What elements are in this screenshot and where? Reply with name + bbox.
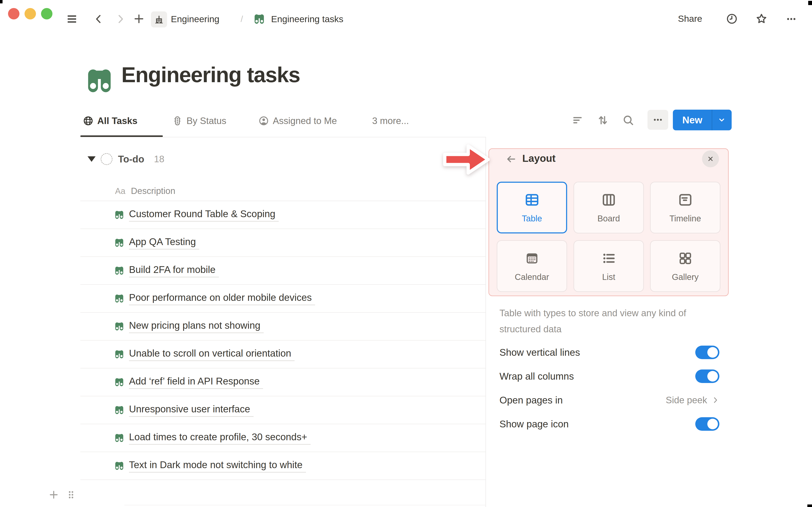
tab-all-tasks[interactable]: All Tasks [83,114,138,128]
tab-by-status[interactable]: By Status [172,114,226,128]
tabs-divider [80,137,486,137]
favorite-star-icon[interactable] [755,13,768,25]
table-row[interactable]: Unresponsive user interface [80,396,486,424]
layout-option-label: List [602,272,615,282]
traffic-close-button[interactable] [8,8,19,19]
table-row[interactable]: Build 2FA for mobile [80,257,486,285]
table-row[interactable]: Poor performance on older mobile devices [80,285,486,313]
filter-icon[interactable] [571,114,583,126]
globe-icon [83,116,94,126]
chevron-down-icon [717,115,726,125]
row-title[interactable]: New pricing plans not showing [129,320,264,333]
new-dropdown-area[interactable] [712,115,731,125]
traffic-zoom-button[interactable] [41,8,52,19]
table-row[interactable]: Text in Dark mode not switching to white [80,452,486,480]
setting-open-pages-in[interactable]: Open pages in Side peek [500,388,719,412]
traffic-minimize-button[interactable] [24,8,36,19]
screen-artifact [808,1,812,5]
row-title[interactable]: Unable to scroll on vertical orientation [129,347,295,361]
nav-forward-icon[interactable] [115,13,126,25]
board-layout-icon [601,192,617,208]
toggle-knob [707,419,718,429]
show-page-icon-toggle[interactable] [695,417,719,431]
close-icon [707,155,714,163]
binoculars-icon [114,321,124,331]
layout-option-calendar[interactable]: Calendar [497,240,567,292]
row-title[interactable]: Text in Dark mode not switching to white [129,459,306,472]
page-icon-binoculars[interactable] [85,66,114,95]
show-vertical-lines-toggle[interactable] [695,346,719,359]
table-row[interactable]: Unable to scroll on vertical orientation [80,341,486,369]
layout-option-label: Timeline [669,214,701,223]
sort-icon[interactable] [597,114,609,126]
gallery-layout-icon [677,250,693,266]
setting-wrap-all-columns: Wrap all columns [500,364,719,388]
layout-option-label: Board [597,214,620,223]
binoculars-icon [114,210,124,220]
tab-label: 3 more... [372,116,409,126]
group-header-todo: To-do 18 [80,148,164,170]
wrap-all-columns-toggle[interactable] [695,370,719,383]
row-title[interactable]: Add ‘ref’ field in API Response [129,376,263,389]
page-title: Engineering tasks [121,62,300,87]
share-button[interactable]: Share [678,13,702,24]
setting-label: Open pages in [500,394,563,406]
table-row[interactable]: Add ‘ref’ field in API Response [80,369,486,396]
view-options-chip[interactable] [648,110,668,130]
layout-option-label: Calendar [515,272,549,282]
layout-description: Table with types to store and view any k… [500,305,724,337]
sidebar-menu-icon[interactable] [65,13,78,25]
breadcrumb-workspace-icon-chip[interactable] [151,11,167,27]
tab-label: All Tasks [97,116,138,126]
binoculars-icon [253,13,265,25]
breadcrumb-workspace[interactable]: Engineering [171,14,219,24]
setting-label: Show page icon [500,418,569,430]
row-title[interactable]: App QA Testing [129,236,199,249]
column-header-description[interactable]: Aa Description [80,181,486,201]
row-title[interactable]: Customer Round Table & Scoping [129,208,279,222]
row-title[interactable]: Poor performance on older mobile devices [129,292,315,305]
new-button[interactable]: New [673,110,732,130]
more-options-icon[interactable] [785,13,797,25]
status-light-icon [172,116,183,126]
breadcrumb-page[interactable]: Engineering tasks [271,14,343,24]
tab-label: By Status [187,116,226,126]
table-layout-icon [524,192,540,208]
binoculars-icon [114,238,124,248]
layout-option-table[interactable]: Table [497,182,567,233]
list-layout-icon [601,250,617,266]
drag-handle-icon[interactable] [65,489,77,500]
new-page-plus-icon[interactable] [133,13,145,25]
table-row[interactable]: Customer Round Table & Scoping [80,201,486,229]
toggle-knob [707,371,718,382]
row-title[interactable]: Unresponsive user interface [129,403,254,417]
group-name[interactable]: To-do [118,153,144,165]
layout-option-list[interactable]: List [573,240,644,292]
group-count: 18 [154,154,164,164]
layout-option-gallery[interactable]: Gallery [650,240,720,292]
tab-more-views[interactable]: 3 more... [372,114,409,128]
table-row[interactable]: Load times to create profile, 30 seconds… [80,424,486,452]
history-clock-icon[interactable] [726,13,738,25]
row-title[interactable]: Load times to create profile, 30 seconds… [129,431,311,445]
binoculars-icon [114,433,124,443]
timeline-layout-icon [677,192,693,208]
add-row-plus-icon[interactable] [48,489,59,500]
todo-status-circle-icon[interactable] [101,153,112,165]
collapse-triangle-icon[interactable] [88,156,96,162]
binoculars-icon [114,266,124,276]
table-row[interactable]: App QA Testing [80,229,486,257]
breadcrumb-separator: / [241,14,243,24]
tab-assigned-to-me[interactable]: Assigned to Me [258,114,337,128]
nav-back-icon[interactable] [93,13,104,25]
layout-option-board[interactable]: Board [573,182,644,233]
row-title[interactable]: Build 2FA for mobile [129,264,219,277]
search-icon[interactable] [622,114,635,126]
table-row[interactable]: New pricing plans not showing [80,313,486,341]
panel-title: Layout [522,153,556,164]
panel-back-icon[interactable] [505,153,517,165]
binoculars-icon [114,461,124,471]
layout-option-timeline[interactable]: Timeline [650,182,720,233]
panel-close-button[interactable] [702,151,719,167]
screen-artifact [807,504,812,507]
